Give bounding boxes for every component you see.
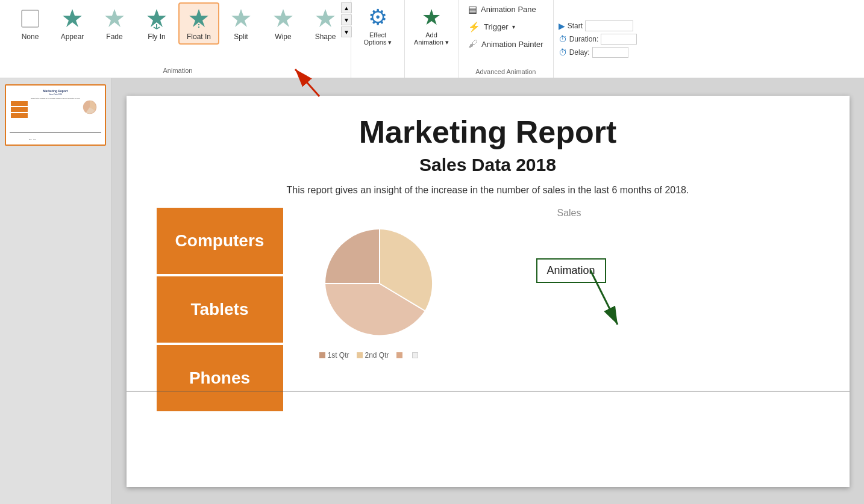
thumb-chart [81,99,99,116]
animation-split[interactable]: Split [221,2,261,45]
duration-input[interactable] [601,34,637,45]
split-icon [230,7,252,30]
trigger-label: Trigger [484,22,509,31]
svg-marker-9 [231,9,251,27]
svg-rect-0 [22,10,39,27]
effect-options-group: ⚙ EffectOptions ▾ . [351,0,405,78]
trigger-dropdown: ▾ [512,23,515,30]
slide-horizontal-line [127,391,850,391]
tablets-box[interactable]: Tablets [157,276,283,343]
thumb-line [10,132,101,132]
animation-wipe[interactable]: Wipe [263,2,304,45]
fly-in-label: Fly In [148,33,165,41]
thumb-legend: ■ 1Q■ 2Q [29,138,36,140]
add-animation-label: AddAnimation ▾ [414,31,449,46]
fly-in-icon [145,7,168,30]
main-area: Marketing Report Sales Data 2018 insight… [0,78,864,504]
appear-label: Appear [61,33,84,41]
float-in-icon [187,7,210,30]
start-input[interactable] [585,20,633,31]
animation-pane-btn[interactable]: ▤ Animation Pane [466,2,546,16]
effect-options-button[interactable]: ⚙ EffectOptions ▾ [356,2,399,49]
wipe-label: Wipe [275,33,291,41]
animation-painter-btn[interactable]: 🖌 Animation Painter [466,37,546,51]
wipe-icon [272,7,295,30]
slide-description: This report gives an insight of the incr… [127,185,850,196]
duration-timing: ⏱ Duration: [559,34,637,45]
delay-icon: ⏱ [559,48,567,57]
slide-annotation-box: Animation [536,258,606,283]
thumb-subtitle: Sales Data 2018 [10,93,101,96]
add-animation-button[interactable]: ★ AddAnimation ▾ [410,2,453,49]
svg-marker-2 [105,9,124,27]
trigger-icon: ⚡ [468,21,480,33]
animation-appear[interactable]: Appear [52,2,93,45]
animation-painter-icon: 🖌 [468,39,478,49]
slide-title: Marketing Report [127,114,850,150]
appear-icon [61,7,84,30]
svg-marker-1 [63,9,82,27]
delay-input[interactable] [592,47,628,58]
shape-icon [314,7,337,30]
advanced-animation-group: ▤ Animation Pane ⚡ Trigger ▾ 🖌 Animation… [459,0,554,78]
slide[interactable]: Marketing Report Sales Data 2018 This re… [127,96,850,487]
slide-thumb-inner: Marketing Report Sales Data 2018 insight… [10,89,101,141]
animation-painter-label: Animation Painter [481,40,543,49]
animation-shape[interactable]: Shape [305,2,346,45]
start-icon: ▶ [559,21,565,31]
slide-panel: Marketing Report Sales Data 2018 insight… [0,78,111,504]
legend-3rd-qtr [396,352,405,358]
phones-box[interactable]: Phones [157,345,283,411]
fade-label: Fade [106,33,122,41]
thumb-title: Marketing Report [10,89,101,93]
legend-4th-qtr-dot [412,352,418,358]
slide-subtitle: Sales Data 2018 [127,155,850,175]
slide-annotation-label: Animation [547,264,595,276]
start-label: Start [568,22,583,30]
shape-label: Shape [315,33,336,41]
animation-pane-label: Animation Pane [481,5,536,14]
animation-group-label: Animation [163,67,193,75]
pie-chart-svg [319,223,440,344]
thumb-boxes [11,101,28,118]
animation-fly-in[interactable]: Fly In [136,2,177,45]
effect-options-label: EffectOptions ▾ [364,31,392,46]
animation-fade[interactable]: Fade [94,2,135,45]
float-in-label: Float In [187,33,211,41]
trigger-btn[interactable]: ⚡ Trigger ▾ [466,20,546,34]
chart-legend: 1st Qtr 2nd Qtr [319,351,819,359]
slide-thumbnail[interactable]: Marketing Report Sales Data 2018 insight… [5,84,106,146]
animation-items: None Appear Fade [10,2,346,67]
scroll-up-btn[interactable]: ▲ [341,2,352,13]
animation-group: None Appear Fade [5,0,351,78]
fade-icon [103,7,126,30]
duration-icon: ⏱ [559,34,567,44]
chart-area: Sales [319,208,819,359]
legend-1st-qtr-label: 1st Qtr [328,351,349,359]
scroll-down-btn[interactable]: ▼ [341,14,352,25]
delay-label: Delay: [569,48,590,57]
legend-2nd-qtr: 2nd Qtr [357,351,389,359]
computers-box[interactable]: Computers [157,208,283,274]
thumb-box-1 [11,101,28,106]
thumb-box-3 [11,113,28,118]
none-icon [19,7,42,30]
legend-4th-qtr [412,352,421,358]
thumb-box-2 [11,107,28,112]
delay-timing: ⏱ Delay: [559,47,637,58]
legend-1st-qtr: 1st Qtr [319,351,349,359]
slide-body: Computers Tablets Phones Sales [127,208,850,411]
legend-2nd-qtr-label: 2nd Qtr [365,351,389,359]
ribbon: None Appear Fade [0,0,864,78]
chart-title: Sales [319,208,819,219]
animation-pane-icon: ▤ [468,4,477,15]
none-label: None [22,33,39,41]
split-label: Split [234,33,248,41]
legend-2nd-qtr-dot [357,352,363,358]
animation-none[interactable]: None [10,2,51,45]
animation-float-in[interactable]: Float In [178,2,219,45]
scroll-expand-btn[interactable]: ▼ [341,26,352,37]
advanced-animation-label: Advanced Animation [466,68,546,75]
svg-marker-10 [274,9,293,27]
timing-group: ▶ Start ⏱ Duration: ⏱ Delay: [554,0,642,78]
